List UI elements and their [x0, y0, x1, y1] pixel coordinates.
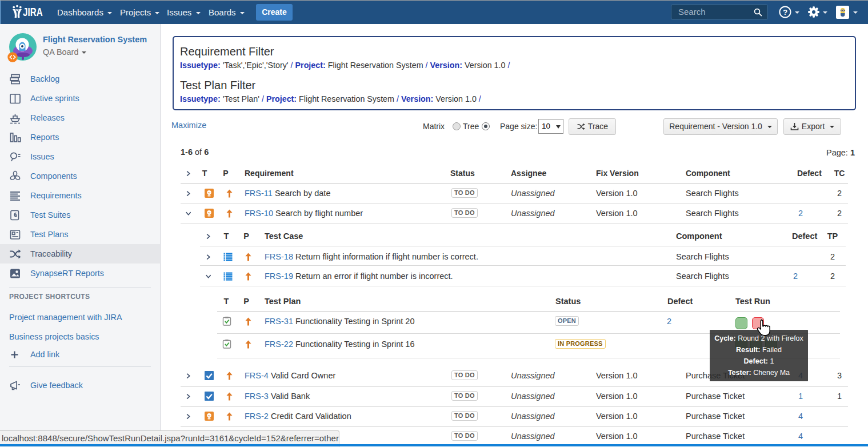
- svg-text:?: ?: [783, 8, 787, 17]
